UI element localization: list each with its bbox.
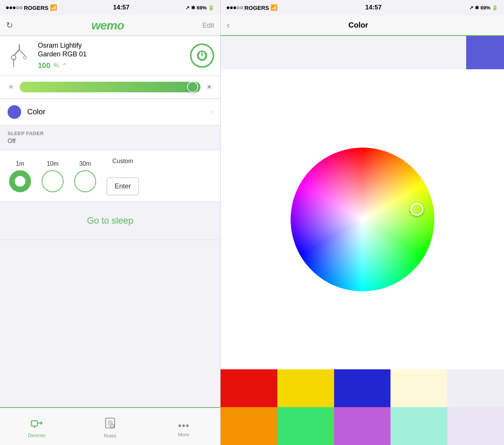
wifi-icon: 📶 xyxy=(50,4,57,11)
swatch-cool-white[interactable] xyxy=(447,369,504,407)
swatch-warm-white[interactable] xyxy=(390,369,447,407)
swatch-row-1 xyxy=(221,369,504,407)
nav-label-rules: Rules xyxy=(104,433,116,439)
svg-text:31: 31 xyxy=(112,425,115,428)
color-chevron-icon: › xyxy=(210,108,213,116)
color-wheel[interactable] xyxy=(291,148,434,291)
timer-options: 1m 10m 30m Custom Enter xyxy=(9,158,211,195)
back-button[interactable]: ‹ xyxy=(227,19,230,31)
timer-circle-30m[interactable] xyxy=(74,170,96,192)
go-to-sleep-button[interactable]: Go to sleep xyxy=(8,209,213,232)
nav-item-devices[interactable]: Devices xyxy=(0,415,73,438)
r-dot-5 xyxy=(240,6,243,9)
timer-circle-10m[interactable] xyxy=(42,170,64,192)
dot-5 xyxy=(20,6,22,9)
right-bluetooth-icon: ✱ xyxy=(475,5,479,11)
swatch-green[interactable] xyxy=(277,407,334,445)
swatch-yellow[interactable] xyxy=(277,369,334,407)
nav-item-rules[interactable]: 31 Rules xyxy=(73,414,147,439)
left-panel: ROGERS 📶 14:57 ↗ ✱ 69% 🔋 ↻ wemo Edit xyxy=(0,0,221,445)
color-label: Color xyxy=(27,107,204,116)
color-swatches xyxy=(221,369,504,445)
device-percent: % xyxy=(53,62,59,69)
brightness-slider[interactable] xyxy=(20,82,201,92)
device-name: Osram LightifyGarden RGB 01 xyxy=(38,41,185,59)
refresh-icon[interactable]: ↻ xyxy=(6,20,13,30)
timer-option-10m[interactable]: 10m xyxy=(42,160,64,192)
right-battery-area: ↗ ✱ 69% 🔋 xyxy=(469,5,498,11)
right-battery-pct: 69% xyxy=(481,5,490,11)
brightness-slider-section: ☀ ☀ xyxy=(0,76,220,99)
right-navbar: ‹ Color xyxy=(221,15,504,36)
rules-icon: 31 xyxy=(105,417,115,431)
more-icon xyxy=(178,419,189,430)
wemo-logo: wemo xyxy=(91,19,124,33)
power-button[interactable] xyxy=(190,44,214,68)
svg-point-21 xyxy=(182,425,185,427)
right-signal-dots xyxy=(227,6,243,9)
sleep-btn-section: Go to sleep xyxy=(0,202,220,240)
device-brightness: 100 xyxy=(38,61,50,70)
dot-4 xyxy=(16,6,19,9)
timer-section: 1m 10m 30m Custom Enter xyxy=(0,150,220,202)
right-nav-title: Color xyxy=(236,21,481,30)
color-wheel-container[interactable] xyxy=(221,69,504,369)
white-overlay xyxy=(291,148,434,291)
timer-circle-1m[interactable] xyxy=(9,170,31,192)
sleep-fader-value: Off xyxy=(8,138,213,145)
left-carrier: ROGERS xyxy=(24,5,48,11)
left-battery-area: ↗ ✱ 69% 🔋 xyxy=(185,5,214,11)
battery-icon: 🔋 xyxy=(208,5,214,11)
timer-option-30m[interactable]: 30m xyxy=(74,160,96,192)
swatch-lavender[interactable] xyxy=(447,407,504,445)
swatch-blue[interactable] xyxy=(334,369,391,407)
timer-option-custom[interactable]: Custom Enter xyxy=(107,158,139,195)
device-card[interactable]: Osram LightifyGarden RGB 01 100 % ⌃ xyxy=(0,36,220,76)
left-time: 14:57 xyxy=(113,4,129,11)
svg-rect-9 xyxy=(31,421,37,426)
swatch-red[interactable] xyxy=(221,369,277,407)
svg-point-4 xyxy=(23,56,26,59)
timer-option-1m[interactable]: 1m xyxy=(9,160,31,192)
sleep-fader-section: SLEEP FADER Off xyxy=(0,125,220,150)
right-location-icon: ↗ xyxy=(469,5,473,11)
left-bottom-nav: Devices 31 Rules xyxy=(0,407,220,445)
dot-3 xyxy=(13,6,16,9)
color-selector-handle[interactable] xyxy=(411,203,423,216)
timer-label-custom: Custom xyxy=(112,158,133,165)
brightness-chevron-down: ⌃ xyxy=(62,62,67,69)
svg-line-2 xyxy=(19,50,25,56)
devices-icon xyxy=(31,418,43,431)
r-dot-1 xyxy=(227,6,229,9)
right-time: 14:57 xyxy=(365,4,381,11)
dot-1 xyxy=(6,6,9,9)
right-battery-icon: 🔋 xyxy=(492,5,498,11)
sleep-fader-title: SLEEP FADER xyxy=(8,131,213,136)
r-dot-2 xyxy=(230,6,233,9)
right-signal: ROGERS 📶 xyxy=(227,4,278,11)
r-dot-3 xyxy=(233,6,236,9)
swatch-orange[interactable] xyxy=(221,407,277,445)
nav-item-more[interactable]: More xyxy=(147,415,220,437)
left-navbar: ↻ wemo Edit xyxy=(0,15,220,36)
timer-label-1m: 1m xyxy=(16,160,24,167)
edit-button[interactable]: Edit xyxy=(202,22,214,30)
swatch-teal[interactable] xyxy=(390,407,447,445)
swatch-purple[interactable] xyxy=(334,407,391,445)
left-spacer xyxy=(0,240,220,407)
left-status-bar: ROGERS 📶 14:57 ↗ ✱ 69% 🔋 xyxy=(0,0,220,15)
custom-enter-button[interactable]: Enter xyxy=(107,177,139,195)
signal-dots xyxy=(6,6,22,9)
dot-2 xyxy=(9,6,12,9)
color-row[interactable]: Color › xyxy=(0,99,220,125)
slider-thumb[interactable] xyxy=(187,81,198,93)
nav-label-more: More xyxy=(178,432,189,437)
bluetooth-icon: ✱ xyxy=(191,5,195,11)
right-wifi-icon: 📶 xyxy=(271,4,278,11)
location-icon: ↗ xyxy=(185,5,190,11)
timer-label-10m: 10m xyxy=(47,160,58,167)
sun-bright-icon: ☀ xyxy=(206,82,213,92)
nav-label-devices: Devices xyxy=(28,433,45,438)
left-battery-pct: 69% xyxy=(197,5,207,11)
r-dot-4 xyxy=(237,6,240,9)
